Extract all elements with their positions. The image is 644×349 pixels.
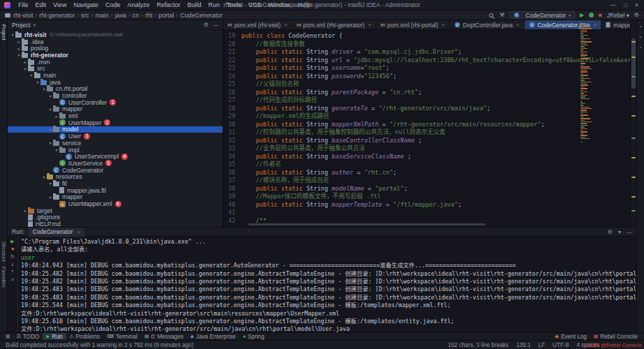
breadcrumb-item[interactable]: rht-generator (39, 12, 75, 19)
breadcrumb-item[interactable]: rht-visit (13, 12, 33, 19)
run-button[interactable]: ▶ (580, 13, 584, 18)
tree-item[interactable]: mapper.java.ftl (8, 187, 223, 194)
error-stripe[interactable] (630, 20, 636, 227)
expand-arrow[interactable]: ▾ (16, 52, 22, 57)
soft-wrap-icon[interactable]: ≡ (11, 277, 14, 282)
tree-item[interactable]: ▾model (8, 126, 223, 133)
search-icon[interactable] (489, 13, 493, 17)
tool-strip-button[interactable]: ▪ (640, 35, 641, 39)
toolwindow-messages[interactable]: ▤0: Messages (141, 333, 187, 340)
settings-gear-icon[interactable]: ⚙ (634, 13, 639, 18)
hide-panel-icon[interactable]: — (627, 229, 632, 235)
jrebel-menu[interactable]: JRebel ▾ (607, 12, 629, 19)
tree-item[interactable]: ▾impl (8, 147, 223, 154)
menu-window[interactable]: Window (265, 1, 294, 8)
run-tab[interactable]: CodeGenerator × (29, 228, 84, 237)
status-item[interactable]: 135:1 (516, 342, 531, 348)
tree-item[interactable]: .gitignore (8, 214, 223, 221)
tree-item[interactable]: ▾mapper (8, 106, 223, 113)
rerun-icon[interactable]: ▶ (10, 239, 14, 244)
expand-arrow[interactable]: ▾ (54, 147, 59, 152)
minimize-icon[interactable]: — (610, 1, 616, 8)
tree-item[interactable]: IUserMapper2 (8, 119, 223, 126)
breadcrumb-item[interactable]: main (96, 12, 109, 19)
breadcrumb-item[interactable]: cn (133, 12, 139, 19)
menu-help[interactable]: Help (294, 1, 315, 8)
maximize-icon[interactable]: □ (624, 1, 627, 8)
tree-item[interactable]: ▸.idea (8, 38, 223, 45)
tree-item[interactable]: ▸target (8, 207, 223, 214)
tree-item[interactable]: ▾mapper (8, 194, 223, 201)
close-icon[interactable]: × (368, 22, 372, 28)
restore-layout-icon[interactable]: ↻ (10, 254, 15, 259)
close-icon[interactable]: × (593, 22, 597, 28)
status-item[interactable]: UTF-8 (553, 342, 569, 348)
tree-item[interactable]: CUserController1 (8, 99, 223, 106)
stop-icon[interactable]: ■ (11, 246, 14, 251)
expand-arrow[interactable]: ▸ (16, 46, 22, 51)
code-area[interactable]: 19public class CodeGenerator {20 //数据库连接… (223, 30, 636, 227)
toolstrip-structure[interactable]: Structure (1, 242, 7, 262)
editor-tab[interactable]: CDeptController.java× (450, 20, 525, 29)
chevron-down-icon[interactable]: ▾ (33, 22, 36, 28)
toolwindow-rebel[interactable]: ▦Rebel Console (590, 333, 641, 340)
scroll-up-icon[interactable]: ⇡ (10, 269, 15, 274)
expand-arrow[interactable]: ▾ (29, 73, 34, 77)
tree-item[interactable]: HELP.md (8, 221, 223, 227)
expand-arrow[interactable]: ▸ (22, 59, 28, 64)
expand-arrow[interactable]: ▾ (47, 195, 53, 200)
tree-item[interactable]: xUserMapper.xml6 (8, 200, 223, 207)
scrollbar-thumb[interactable] (631, 38, 636, 89)
tree-item[interactable]: ▾main (8, 72, 223, 79)
tree-item[interactable]: ▾rht-generator (8, 52, 223, 59)
close-icon[interactable]: × (635, 1, 638, 8)
toolwindow-terminal[interactable]: ⌨Terminal (103, 333, 141, 340)
minimap[interactable] (581, 23, 592, 218)
menu-build[interactable]: Build (184, 1, 204, 8)
editor-tab[interactable]: mpom.xml (rht-generator)× (292, 20, 376, 29)
console-output[interactable]: "C:\Program Files\Java\jdk1.8.0_231\bin\… (18, 237, 636, 332)
tree-item[interactable]: ▸poslog (8, 45, 223, 52)
expand-arrow[interactable]: ▾ (22, 66, 28, 71)
expand-arrow[interactable]: ▾ (47, 181, 53, 186)
toolwindow-javaee[interactable]: ◆Java Enterprise (187, 333, 239, 340)
tree-item[interactable]: ▾controller (8, 92, 223, 99)
tool-strip-button[interactable]: ▪ (640, 24, 641, 29)
settings-gear-icon[interactable]: ⚙ (204, 22, 209, 28)
expand-arrow[interactable]: ▸ (54, 114, 59, 119)
menu-analyze[interactable]: Analyze (123, 1, 153, 8)
tree-item[interactable]: CCodeGenerator (8, 167, 223, 174)
breadcrumb-item[interactable]: java (115, 12, 126, 19)
close-icon[interactable]: × (516, 22, 520, 28)
expand-arrow[interactable]: ▸ (16, 39, 22, 44)
menu-file[interactable]: File (15, 1, 32, 8)
horizontal-scrollbar[interactable] (248, 223, 486, 225)
tree-item[interactable]: ▾java (8, 79, 223, 86)
tree-item[interactable]: ▾rht-visitD:\rht\workspace\ideal\rht-vis… (8, 31, 223, 38)
tree-item[interactable]: ▾resources (8, 173, 223, 180)
menu-refactor[interactable]: Refactor (153, 1, 184, 8)
tree-item[interactable]: ▾src (8, 65, 223, 72)
menu-run[interactable]: Run (205, 1, 224, 8)
tree-item[interactable]: ▸xml (8, 112, 223, 119)
menu-edit[interactable]: Edit (32, 1, 50, 8)
menu-view[interactable]: View (50, 1, 70, 8)
toolwindow-run[interactable]: ▶Run (43, 333, 66, 340)
hide-panel-icon[interactable]: — (213, 22, 218, 28)
tool-strip-button[interactable]: ▪ (640, 45, 641, 50)
editor-tab[interactable]: mpom.xml (rht-portal)× (376, 20, 449, 29)
tree-item[interactable]: ▾service (8, 140, 223, 147)
tree-item[interactable]: ▸.mvn (8, 59, 223, 66)
tree-item[interactable]: ▾cn.rht.portal (8, 86, 223, 93)
settings-gear-icon[interactable]: ⚙ (608, 229, 613, 235)
tree-item[interactable]: CUser3 (8, 133, 223, 140)
expand-arrow[interactable]: ▾ (10, 32, 15, 37)
menu-tools[interactable]: Tools (223, 1, 245, 8)
toolwindow-spring[interactable]: ●Spring (239, 333, 268, 340)
expand-arrow[interactable]: ▾ (47, 140, 53, 145)
editor-tab[interactable]: mpom.xml (rht-visit)× (223, 20, 292, 29)
collapse-icon[interactable]: ▾ (618, 229, 621, 235)
run-config-select[interactable]: C CodeGenerator ▾ (509, 11, 575, 19)
breadcrumb-item[interactable]: CodeGenerator (180, 12, 223, 19)
build-hammer-icon[interactable]: ⚒ (500, 13, 504, 18)
